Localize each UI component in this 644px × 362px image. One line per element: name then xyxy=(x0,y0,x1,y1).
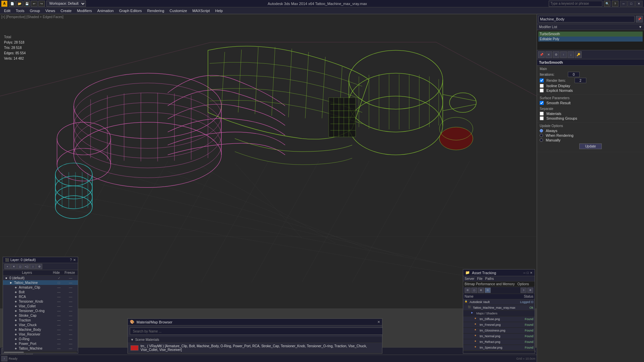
layers-scrollbar[interactable] xyxy=(3,351,78,353)
menu-customize[interactable]: Customize xyxy=(167,8,190,13)
manually-radio[interactable] xyxy=(540,138,543,142)
layer-to-freeze[interactable]: — xyxy=(65,309,76,313)
at-menu-file[interactable]: File xyxy=(477,277,482,281)
mod-btn-6[interactable]: 🔑 xyxy=(575,51,582,58)
layer-pp-vis[interactable]: — xyxy=(53,342,65,346)
layer-bolt-freeze[interactable]: — xyxy=(65,290,76,294)
menu-edit[interactable]: Edit xyxy=(1,8,13,13)
layer-tk-freeze[interactable]: — xyxy=(65,300,76,303)
redo-btn[interactable]: ↪ xyxy=(38,1,45,7)
help-icon[interactable]: ? xyxy=(612,1,619,7)
layer-sc-freeze[interactable]: — xyxy=(65,314,76,317)
layer-to-vis[interactable]: — xyxy=(53,309,65,313)
at-submenu-bitmap[interactable]: Bitmap Performance and Memory xyxy=(465,282,515,286)
at-menu-server[interactable]: Server xyxy=(465,277,474,281)
at-item-diffuse[interactable]: ■ tm_Diffuse.png Found xyxy=(463,316,535,322)
layer-vr-freeze[interactable]: — xyxy=(65,333,76,336)
layer-ac-freeze[interactable]: — xyxy=(65,286,76,289)
at-submenu-options[interactable]: Options xyxy=(518,282,529,286)
layers-close-btn[interactable]: ✕ xyxy=(73,258,76,262)
menu-rendering[interactable]: Rendering xyxy=(145,8,167,13)
close-btn[interactable]: ✕ xyxy=(635,1,643,7)
viewport-3d[interactable]: [+] [Perspective] [Shaded + Edged Faces]… xyxy=(0,14,537,308)
explicit-normals-checkbox[interactable] xyxy=(540,88,544,93)
layer-select-btn[interactable]: ◻ xyxy=(17,264,23,269)
save-btn[interactable]: 💾 xyxy=(23,1,30,7)
layer-mb-vis[interactable]: — xyxy=(53,328,65,331)
at-scrollbar[interactable] xyxy=(463,351,535,353)
layer-item-rca[interactable]: ◈ RCA — — xyxy=(3,294,78,299)
layer-item-traction[interactable]: ◈ Traction — — xyxy=(3,318,78,322)
smoothing-groups-checkbox[interactable] xyxy=(540,116,544,120)
at-tb-btn-2[interactable]: ◻ xyxy=(471,288,477,293)
mod-btn-1[interactable]: 📌 xyxy=(538,51,545,58)
layer-0-freeze[interactable]: — xyxy=(65,276,76,280)
at-item-maxfile[interactable]: ⬛ Tattoo_Machine_max_vray.max Ok xyxy=(463,305,535,311)
layers-scroll-thumb[interactable] xyxy=(4,352,24,353)
mod-btn-3[interactable]: ⚙ xyxy=(553,51,559,58)
layer-item-bolt[interactable]: ◈ Bolt — — xyxy=(3,290,78,294)
open-btn[interactable]: 📂 xyxy=(16,1,23,7)
layer-bolt-vis[interactable]: — xyxy=(53,290,65,294)
update-button[interactable]: Update xyxy=(579,143,601,149)
mod-btn-2[interactable]: ✕ xyxy=(545,51,552,58)
at-item-vault[interactable]: 🔒 Autodesk Vault Logged O xyxy=(463,299,535,305)
mod-btn-5[interactable]: ↓ xyxy=(568,51,574,58)
layer-item-power-port[interactable]: ◈ Power_Port — — xyxy=(3,341,78,346)
layer-0-vis[interactable]: ✓ xyxy=(53,276,65,280)
menu-group[interactable]: Group xyxy=(27,8,43,13)
layer-item-vise-chuck[interactable]: ◈ Vise_Chuck — — xyxy=(3,322,78,327)
at-item-refract[interactable]: ■ tm_Refract.png Found xyxy=(463,339,535,345)
layer-pp-freeze[interactable]: — xyxy=(65,342,76,346)
menu-create[interactable]: Create xyxy=(58,8,74,13)
layer-or-vis[interactable]: — xyxy=(53,337,65,341)
at-item-fresnel[interactable]: ■ tm_Fresnel.png Found xyxy=(463,322,535,328)
layer-vc-freeze[interactable]: — xyxy=(65,304,76,308)
layer-tm-vis[interactable]: □ xyxy=(53,281,65,285)
layer-tr-freeze[interactable]: — xyxy=(65,318,76,322)
mat-search-input[interactable] xyxy=(130,327,383,335)
layer-item-tensioner-oring[interactable]: ◈ Tensioner_O-ring — — xyxy=(3,308,78,313)
layer-vr-vis[interactable]: — xyxy=(53,333,65,336)
at-item-normal[interactable]: ■ tm_Normal.png Found xyxy=(463,334,535,339)
layer-item-tattoo-machine[interactable]: ▶ Tattoo_Machine □ — xyxy=(3,280,78,285)
object-name-input[interactable] xyxy=(538,16,635,22)
new-btn[interactable]: 📄 xyxy=(9,1,15,7)
layer-move-btn[interactable]: ↕ xyxy=(30,264,36,269)
layer-tm-freeze[interactable]: — xyxy=(65,281,76,285)
when-rendering-radio[interactable] xyxy=(540,134,543,137)
at-maximize-btn[interactable]: □ xyxy=(527,271,529,275)
iterations-input[interactable] xyxy=(568,72,580,77)
at-tb-btn-4[interactable]: ⊟ xyxy=(485,288,491,293)
layer-vch-vis[interactable]: — xyxy=(53,323,65,327)
layer-tr-vis[interactable]: — xyxy=(53,318,65,322)
mat-item-tm[interactable]: tm_ ( VRayMtl ) [Armature_Clip, Bolt, Ma… xyxy=(128,343,382,353)
at-item-maps-group[interactable]: ▶ Maps / Shaders xyxy=(463,311,535,316)
search-input[interactable] xyxy=(549,1,602,7)
maximize-btn[interactable]: □ xyxy=(628,1,635,7)
at-item-specular[interactable]: ■ tm_Specular.png Found xyxy=(463,345,535,351)
render-iters-input[interactable] xyxy=(575,78,586,83)
layer-sc-vis[interactable]: — xyxy=(53,314,65,317)
layer-new-btn[interactable]: + xyxy=(4,264,10,269)
menu-tools[interactable]: Tools xyxy=(13,8,27,13)
mod-btn-4[interactable]: ↑ xyxy=(560,51,567,58)
at-items-list[interactable]: 🔒 Autodesk Vault Logged O ⬛ Tattoo_Machi… xyxy=(463,299,535,351)
at-menu-paths[interactable]: Paths xyxy=(485,277,494,281)
layer-item-tattoo-machine-2[interactable]: ◈ Tattoo_Machine — — xyxy=(3,346,78,351)
layer-item-0[interactable]: ■ 0 (default) ✓ — xyxy=(3,276,78,280)
layer-tk-vis[interactable]: — xyxy=(53,300,65,303)
render-iters-checkbox[interactable] xyxy=(540,78,544,82)
layer-item-armature-clip[interactable]: ◈ Armature_Clip — — xyxy=(3,285,78,290)
layer-item-tensioner-knob[interactable]: ◈ Tensioner_Knob — — xyxy=(3,299,78,304)
at-minimize-btn[interactable]: ─ xyxy=(523,271,525,275)
at-tb-btn-settings[interactable]: ⚙ xyxy=(527,288,533,293)
layer-vc-vis[interactable]: — xyxy=(53,304,65,308)
layer-mb-freeze[interactable]: — xyxy=(65,328,76,331)
mat-close-btn[interactable]: ✕ xyxy=(377,320,380,324)
layer-ac-vis[interactable]: — xyxy=(53,286,65,289)
search-icon[interactable]: 🔍 xyxy=(604,1,610,7)
undo-btn[interactable]: ↩ xyxy=(31,1,38,7)
at-item-glossiness[interactable]: ■ tm_Glossiness.png Found xyxy=(463,328,535,334)
always-radio[interactable] xyxy=(540,129,543,132)
